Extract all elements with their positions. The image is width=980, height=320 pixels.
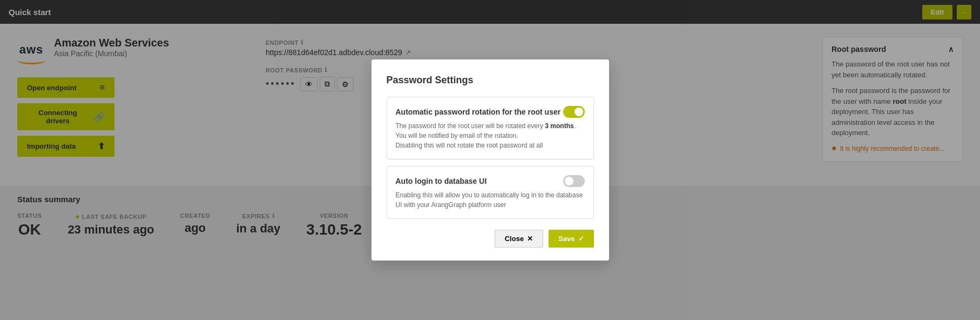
modal-overlay[interactable]: Password Settings Automatic password rot…: [0, 0, 980, 320]
modal-close-label: Close: [505, 235, 524, 243]
close-icon: ✕: [527, 235, 533, 243]
checkmark-icon: ✓: [578, 235, 584, 243]
modal-section2-title: Auto login to database UI: [396, 175, 585, 187]
auto-login-toggle[interactable]: [563, 175, 585, 187]
modal-save-button[interactable]: Save ✓: [549, 230, 593, 248]
modal-section2-desc: Enabling this will allow you to automati…: [396, 190, 585, 210]
modal-close-button[interactable]: Close ✕: [495, 230, 543, 248]
toggle-slider-on: [563, 106, 585, 118]
modal-section-auto-login: Auto login to database UI Enabling this …: [387, 166, 594, 219]
modal-section1-desc: The password for the root user will be r…: [396, 121, 585, 150]
modal-title: Password Settings: [387, 75, 594, 86]
auto-rotation-toggle[interactable]: [563, 106, 585, 118]
toggle-slider-off: [563, 175, 585, 187]
modal-section1-title: Automatic password rotation for the root…: [396, 106, 585, 118]
modal-section-auto-rotation: Automatic password rotation for the root…: [387, 97, 594, 159]
modal-save-label: Save: [558, 235, 575, 243]
modal-footer: Close ✕ Save ✓: [387, 230, 594, 248]
password-settings-modal: Password Settings Automatic password rot…: [371, 59, 609, 261]
